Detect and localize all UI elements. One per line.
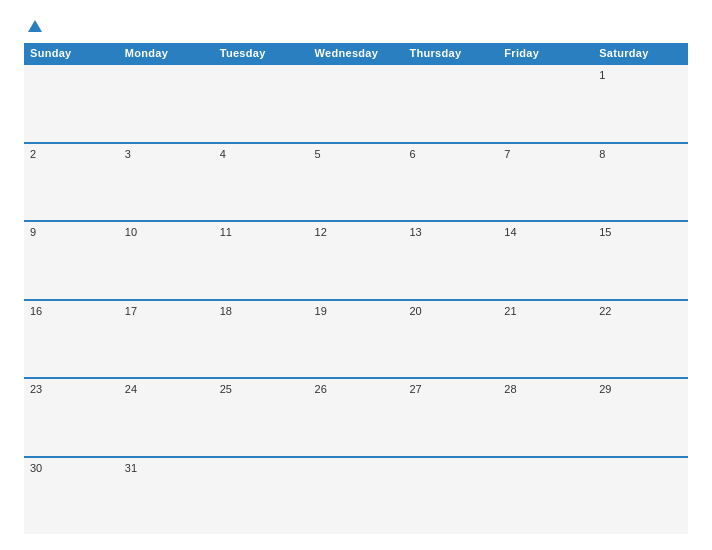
day-number: 30 <box>30 462 42 474</box>
day-cell <box>498 65 593 142</box>
day-cell: 20 <box>403 301 498 378</box>
day-cell: 6 <box>403 144 498 221</box>
day-cell: 18 <box>214 301 309 378</box>
day-number: 3 <box>125 148 131 160</box>
day-number: 6 <box>409 148 415 160</box>
day-cell: 5 <box>309 144 404 221</box>
day-cell <box>498 458 593 535</box>
day-number: 10 <box>125 226 137 238</box>
day-number: 15 <box>599 226 611 238</box>
day-header-thursday: Thursday <box>403 43 498 63</box>
day-cell: 14 <box>498 222 593 299</box>
day-header-friday: Friday <box>498 43 593 63</box>
day-cell: 30 <box>24 458 119 535</box>
day-cell <box>309 458 404 535</box>
day-cell: 23 <box>24 379 119 456</box>
day-cell: 2 <box>24 144 119 221</box>
day-cell: 1 <box>593 65 688 142</box>
week-row-4: 23242526272829 <box>24 377 688 456</box>
day-number: 11 <box>220 226 232 238</box>
day-cell: 17 <box>119 301 214 378</box>
day-cell: 25 <box>214 379 309 456</box>
day-number: 20 <box>409 305 421 317</box>
day-number: 26 <box>315 383 327 395</box>
day-cell: 21 <box>498 301 593 378</box>
day-cell: 26 <box>309 379 404 456</box>
day-number: 19 <box>315 305 327 317</box>
day-cell: 27 <box>403 379 498 456</box>
weeks-container: 1234567891011121314151617181920212223242… <box>24 63 688 534</box>
header <box>24 20 688 33</box>
day-number: 16 <box>30 305 42 317</box>
day-number: 2 <box>30 148 36 160</box>
day-cell: 11 <box>214 222 309 299</box>
day-cell: 28 <box>498 379 593 456</box>
day-cell <box>119 65 214 142</box>
day-number: 14 <box>504 226 516 238</box>
day-cell: 16 <box>24 301 119 378</box>
day-cell <box>24 65 119 142</box>
day-cell: 19 <box>309 301 404 378</box>
day-header-tuesday: Tuesday <box>214 43 309 63</box>
calendar-page: SundayMondayTuesdayWednesdayThursdayFrid… <box>0 0 712 550</box>
day-cell: 3 <box>119 144 214 221</box>
day-header-sunday: Sunday <box>24 43 119 63</box>
day-number: 31 <box>125 462 137 474</box>
day-number: 29 <box>599 383 611 395</box>
day-cell: 7 <box>498 144 593 221</box>
day-header-monday: Monday <box>119 43 214 63</box>
day-number: 5 <box>315 148 321 160</box>
day-cell <box>403 65 498 142</box>
day-number: 22 <box>599 305 611 317</box>
day-cell: 13 <box>403 222 498 299</box>
day-number: 1 <box>599 69 605 81</box>
day-cell: 9 <box>24 222 119 299</box>
logo-triangle-icon <box>28 20 42 32</box>
day-number: 12 <box>315 226 327 238</box>
calendar: SundayMondayTuesdayWednesdayThursdayFrid… <box>24 43 688 534</box>
day-number: 25 <box>220 383 232 395</box>
day-number: 9 <box>30 226 36 238</box>
day-number: 27 <box>409 383 421 395</box>
day-cell <box>214 65 309 142</box>
day-cell: 31 <box>119 458 214 535</box>
day-number: 23 <box>30 383 42 395</box>
day-number: 28 <box>504 383 516 395</box>
logo-blue-text <box>24 20 42 33</box>
day-number: 8 <box>599 148 605 160</box>
week-row-2: 9101112131415 <box>24 220 688 299</box>
day-cell <box>214 458 309 535</box>
week-row-1: 2345678 <box>24 142 688 221</box>
day-cell: 22 <box>593 301 688 378</box>
day-header-wednesday: Wednesday <box>309 43 404 63</box>
day-headers: SundayMondayTuesdayWednesdayThursdayFrid… <box>24 43 688 63</box>
day-header-saturday: Saturday <box>593 43 688 63</box>
day-cell: 4 <box>214 144 309 221</box>
day-cell: 29 <box>593 379 688 456</box>
day-cell <box>403 458 498 535</box>
logo <box>24 20 42 33</box>
day-number: 24 <box>125 383 137 395</box>
day-number: 13 <box>409 226 421 238</box>
week-row-0: 1 <box>24 63 688 142</box>
day-cell: 24 <box>119 379 214 456</box>
day-number: 4 <box>220 148 226 160</box>
day-cell <box>309 65 404 142</box>
week-row-5: 3031 <box>24 456 688 535</box>
week-row-3: 16171819202122 <box>24 299 688 378</box>
day-number: 17 <box>125 305 137 317</box>
day-cell: 15 <box>593 222 688 299</box>
day-cell <box>593 458 688 535</box>
day-number: 7 <box>504 148 510 160</box>
day-cell: 10 <box>119 222 214 299</box>
day-number: 18 <box>220 305 232 317</box>
day-cell: 8 <box>593 144 688 221</box>
day-number: 21 <box>504 305 516 317</box>
day-cell: 12 <box>309 222 404 299</box>
